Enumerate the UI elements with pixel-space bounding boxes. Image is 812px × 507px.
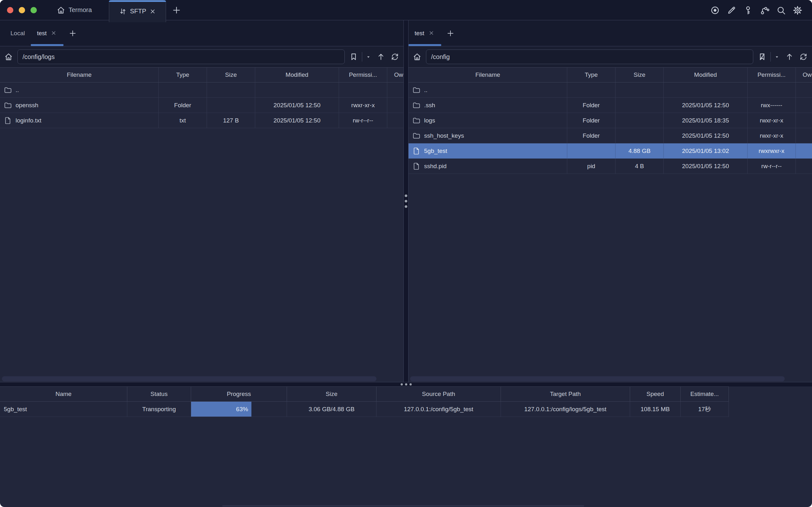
tab-local[interactable]: Local	[4, 20, 31, 46]
filename: sshd.pid	[424, 163, 447, 170]
tab-test-left[interactable]: test	[31, 20, 63, 46]
file-type: Folder	[159, 98, 207, 113]
table-row-5gb-test-selected[interactable]: 5gb_test 4.88 GB 2025/01/05 13:02 rwxrwx…	[409, 144, 812, 159]
transfer-name: 5gb_test	[0, 402, 127, 417]
filename: openssh	[15, 102, 39, 109]
left-file-table: Filename Type Size Modified Permissi... …	[0, 67, 403, 382]
column-header-type[interactable]: Type	[159, 68, 207, 82]
file-type	[159, 82, 207, 98]
close-window-button[interactable]	[7, 7, 13, 13]
table-row-openssh[interactable]: openssh Folder 2025/01/05 12:50 rwxr-xr-…	[0, 98, 403, 113]
caret-down-icon[interactable]	[366, 55, 371, 59]
tab-termora-home[interactable]: Termora	[56, 6, 92, 15]
titlebar: Termora SFTP	[0, 0, 812, 20]
record-icon[interactable]	[710, 5, 720, 15]
file-type: pid	[567, 159, 615, 174]
add-pane-tab-button[interactable]	[63, 20, 82, 46]
active-tab-accent	[109, 0, 166, 2]
horizontal-splitter[interactable]	[0, 382, 812, 386]
home-icon[interactable]	[413, 52, 422, 61]
close-icon[interactable]	[50, 30, 57, 37]
column-header-size[interactable]: Size	[615, 68, 664, 82]
refresh-icon[interactable]	[390, 52, 399, 61]
file-permissions: rwx------	[748, 98, 796, 113]
filename: .ssh	[424, 102, 435, 109]
column-header-size[interactable]: Size	[207, 68, 255, 82]
transfer-column-target-path[interactable]: Target Path	[501, 387, 630, 402]
column-header-owner[interactable]: Owner	[796, 68, 812, 82]
column-header-filename[interactable]: Filename	[0, 68, 159, 82]
folder-icon	[4, 101, 12, 109]
column-header-permissions[interactable]: Permissi...	[748, 68, 796, 82]
settings-gear-icon[interactable]	[793, 5, 803, 15]
table-row-ssh[interactable]: .ssh Folder 2025/01/05 12:50 rwx------	[409, 98, 812, 113]
column-header-type[interactable]: Type	[567, 68, 615, 82]
zoom-window-button[interactable]	[31, 7, 37, 13]
key-icon[interactable]	[743, 5, 753, 15]
search-icon[interactable]	[776, 5, 786, 15]
close-icon[interactable]	[428, 30, 435, 37]
transfer-column-source-path[interactable]: Source Path	[376, 387, 501, 402]
tab-sftp[interactable]: SFTP	[109, 0, 166, 22]
file-size	[615, 82, 664, 98]
transfer-column-size[interactable]: Size	[287, 387, 376, 402]
titlebar-actions	[710, 0, 812, 20]
left-path-input[interactable]	[17, 50, 345, 64]
left-horizontal-scrollbar[interactable]	[2, 376, 376, 381]
tab-test-right[interactable]: test	[409, 20, 441, 46]
arrow-up-icon[interactable]	[376, 52, 385, 61]
table-row-loginfo[interactable]: loginfo.txt txt 127 B 2025/01/05 12:50 r…	[0, 113, 403, 128]
splitter-dot	[410, 383, 412, 386]
add-pane-tab-button[interactable]	[441, 20, 459, 46]
right-pane: test	[409, 20, 812, 382]
file-owner	[796, 82, 812, 98]
vertical-splitter[interactable]	[403, 20, 409, 382]
transfer-row-5gb-test[interactable]: 5gb_test Transporting 63% 3.06 GB/4.88 G…	[0, 402, 729, 417]
folder-icon	[412, 116, 421, 125]
new-tab-button[interactable]	[172, 5, 181, 15]
bookmark-slash-icon[interactable]	[758, 52, 767, 61]
splitter-dot	[405, 383, 407, 386]
minimize-window-button[interactable]	[19, 7, 25, 13]
right-path-input[interactable]	[426, 50, 753, 64]
transfer-column-progress[interactable]: Progress	[191, 387, 287, 402]
caret-down-icon[interactable]	[774, 55, 779, 59]
file-permissions	[748, 82, 796, 98]
file-owner	[796, 159, 812, 174]
table-row-parent-dir[interactable]: ..	[409, 82, 812, 98]
column-header-filename[interactable]: Filename	[409, 68, 567, 82]
arrow-up-icon[interactable]	[785, 52, 794, 61]
table-row-logs[interactable]: logs Folder 2025/01/05 18:35 rwxr-xr-x	[409, 113, 812, 128]
filename: 5gb_test	[424, 148, 447, 155]
right-path-bar	[409, 46, 812, 67]
close-icon[interactable]	[149, 8, 156, 15]
splitter-dot	[405, 200, 407, 203]
right-horizontal-scrollbar[interactable]	[410, 376, 785, 381]
transfer-column-estimate[interactable]: Estimate...	[681, 387, 729, 402]
bookmark-icon[interactable]	[349, 52, 358, 61]
splitter-dot	[400, 383, 403, 386]
home-icon[interactable]	[4, 52, 13, 61]
column-header-owner[interactable]: Owner	[387, 68, 403, 82]
keychain-branch-icon[interactable]	[760, 5, 769, 15]
transfer-column-speed[interactable]: Speed	[630, 387, 681, 402]
edit-pencil-icon[interactable]	[726, 5, 737, 15]
transfer-column-status[interactable]: Status	[127, 387, 191, 402]
right-file-table: Filename Type Size Modified Permissi... …	[409, 67, 812, 382]
column-header-modified[interactable]: Modified	[255, 68, 339, 82]
column-header-permissions[interactable]: Permissi...	[339, 68, 387, 82]
table-row-ssh-host-keys[interactable]: ssh_host_keys Folder 2025/01/05 12:50 rw…	[409, 128, 812, 144]
splitter-dot	[405, 194, 407, 197]
table-row-parent-dir[interactable]: ..	[0, 82, 403, 98]
left-table-header: Filename Type Size Modified Permissi... …	[0, 67, 403, 82]
refresh-icon[interactable]	[799, 52, 808, 61]
file-size: 4 B	[615, 159, 664, 174]
transfer-table: Name Status Progress Size Source Path Ta…	[0, 386, 729, 417]
table-row-sshd-pid[interactable]: sshd.pid pid 4 B 2025/01/05 12:50 rw-r--…	[409, 159, 812, 174]
file-owner	[796, 128, 812, 144]
bottom-scrollbar[interactable]	[222, 505, 584, 507]
file-size	[615, 98, 664, 113]
transfer-column-name[interactable]: Name	[0, 387, 127, 402]
column-header-modified[interactable]: Modified	[664, 68, 748, 82]
tab-label: test	[415, 30, 424, 37]
